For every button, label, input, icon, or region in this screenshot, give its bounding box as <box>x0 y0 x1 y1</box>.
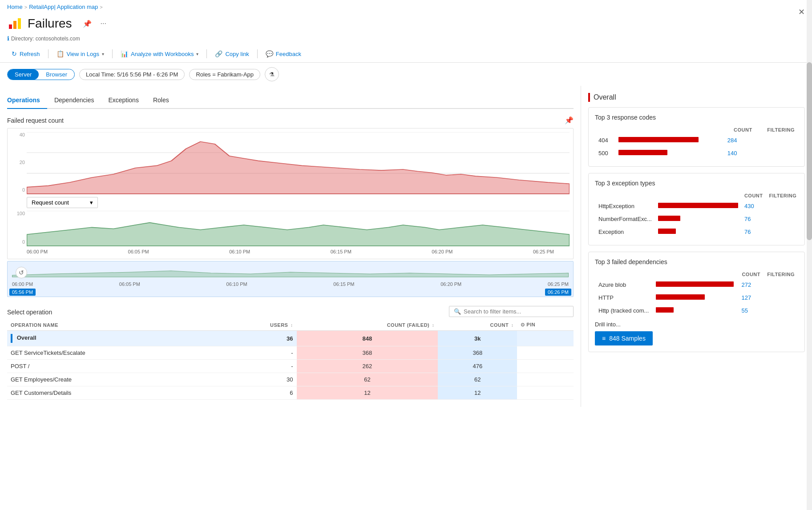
fd-count-link-1[interactable]: 127 <box>742 294 751 301</box>
et-bar-fill-0 <box>658 203 738 208</box>
right-panel: Overall Top 3 response codes COUNT FILTE… <box>581 86 812 407</box>
rc-count-link-500[interactable]: 140 <box>727 150 737 157</box>
reset-brush-button[interactable]: ↺ <box>16 267 27 278</box>
rc-col-code <box>596 126 615 133</box>
metric-dropdown[interactable]: Request count ▾ <box>27 197 98 208</box>
analyze-dropdown-arrow: ▾ <box>196 52 198 56</box>
list-item[interactable]: Http (tracked com... 55 <box>596 305 797 317</box>
table-row[interactable]: POST / - 262 476 <box>7 360 574 373</box>
et-bar-0 <box>655 200 741 212</box>
refresh-icon: ↻ <box>12 50 17 57</box>
et-bar-2 <box>655 226 741 238</box>
et-col-count: COUNT <box>742 192 766 199</box>
count-sort-icon[interactable]: ↕ <box>511 323 514 328</box>
logs-icon: 📋 <box>57 50 64 57</box>
scrollbar[interactable] <box>807 0 812 510</box>
tab-dependencies[interactable]: Dependencies <box>47 93 101 108</box>
fd-count-link-0[interactable]: 272 <box>742 281 751 288</box>
fd-bar-fill-0 <box>656 281 734 287</box>
row-count-2: 476 <box>438 360 517 373</box>
analyze-workbooks-button[interactable]: 📊 Analyze with Workbooks ▾ <box>116 48 203 60</box>
table-row[interactable]: GET ServiceTickets/Escalate - 368 368 <box>7 346 574 360</box>
search-icon: 🔍 <box>454 308 461 315</box>
y2-label-100: 100 <box>17 211 25 216</box>
fd-bar-fill-2 <box>656 307 674 313</box>
response-codes-title: Top 3 response codes <box>595 114 798 121</box>
fd-filtering-0 <box>764 279 797 291</box>
row-count-failed-2: 262 <box>297 360 438 373</box>
pin-header-icon: ⊙ <box>521 322 525 327</box>
time-range-label: Local Time: 5/16 5:56 PM - 6:26 PM <box>86 71 178 78</box>
chart-header: Failed request count 📌 <box>7 116 574 124</box>
server-tab-button[interactable]: Server <box>8 69 39 80</box>
chart-title: Failed request count <box>7 117 64 124</box>
refresh-button[interactable]: ↻ Refresh <box>7 48 44 60</box>
et-count-link-1[interactable]: 76 <box>744 216 751 222</box>
tab-roles[interactable]: Roles <box>146 93 176 108</box>
tabs-row: Operations Dependencies Exceptions Roles <box>7 93 574 109</box>
fd-count-link-2[interactable]: 55 <box>742 307 748 314</box>
search-input[interactable] <box>464 308 569 315</box>
chart-pin-button[interactable]: 📌 <box>565 116 574 124</box>
metric-dropdown-label: Request count <box>32 199 69 206</box>
view-in-logs-button[interactable]: 📋 View in Logs ▾ <box>52 48 109 60</box>
et-count-link-0[interactable]: 430 <box>744 203 754 209</box>
more-options-button[interactable]: ··· <box>98 19 109 28</box>
samples-button[interactable]: ≡ 848 Samples <box>595 331 653 345</box>
pin-title-button[interactable]: 📌 <box>80 19 94 29</box>
rc-col-bar <box>616 126 724 133</box>
table-header-row: OPERATION NAME USERS ↕ COUNT (FAILED) ↕ … <box>7 319 574 331</box>
row-name-4: GET Customers/Details <box>7 386 219 400</box>
roles-filter[interactable]: Roles = Fabrikam-App <box>189 69 260 80</box>
view-logs-dropdown-arrow: ▾ <box>102 52 104 56</box>
rc-code-500: 500 <box>596 147 615 159</box>
filter-options-button[interactable]: ⚗ <box>265 67 279 81</box>
list-item[interactable]: 404 284 <box>596 134 797 146</box>
count-failed-sort-icon[interactable]: ↕ <box>432 323 435 328</box>
exception-types-header: COUNT FILTERING <box>596 192 799 199</box>
brush-time-2: 06:05 PM <box>119 281 140 287</box>
et-bar-fill-1 <box>658 216 680 221</box>
users-sort-icon[interactable]: ↕ <box>291 323 293 328</box>
exception-types-title: Top 3 exception types <box>595 180 798 187</box>
copy-link-button[interactable]: 🔗 Copy link <box>210 48 253 60</box>
y-label-40: 40 <box>20 132 25 137</box>
breadcrumb-home[interactable]: Home <box>7 4 23 10</box>
rc-count-link-404[interactable]: 284 <box>727 137 737 144</box>
failed-chart-svg <box>27 132 570 194</box>
list-item[interactable]: HTTP 127 <box>596 292 797 304</box>
tab-operations[interactable]: Operations <box>7 93 47 108</box>
et-bar-fill-2 <box>658 229 676 234</box>
list-item[interactable]: 500 140 <box>596 147 797 159</box>
left-panel: Operations Dependencies Exceptions Roles… <box>0 86 581 407</box>
rc-bar-500 <box>616 147 724 159</box>
list-item[interactable]: Azure blob 272 <box>596 279 797 291</box>
info-icon: ℹ <box>7 35 9 42</box>
operations-table: OPERATION NAME USERS ↕ COUNT (FAILED) ↕ … <box>7 319 574 400</box>
rc-col-filtering: FILTERING <box>756 126 797 133</box>
list-item[interactable]: Exception 76 <box>596 226 799 238</box>
table-row[interactable]: GET Customers/Details 6 12 12 <box>7 386 574 400</box>
server-browser-toggle: Server Browser <box>7 69 75 80</box>
time-label-3: 06:10 PM <box>229 249 250 254</box>
rc-filtering-404 <box>756 134 797 146</box>
et-count-link-2[interactable]: 76 <box>744 229 751 235</box>
row-count-1: 368 <box>438 346 517 360</box>
list-item[interactable]: NumberFormatExc... 76 <box>596 213 799 225</box>
overall-bar-indicator <box>588 93 590 102</box>
exception-types-table: COUNT FILTERING HttpException 430 <box>595 191 800 239</box>
feedback-button[interactable]: 💬 Feedback <box>261 48 306 60</box>
drill-section: Drill into... ≡ 848 Samples <box>595 321 798 345</box>
rc-count-404: 284 <box>725 134 755 146</box>
breadcrumb-retailapp[interactable]: RetailApp| Application map <box>29 4 98 10</box>
table-row[interactable]: GET Employees/Create 30 62 62 <box>7 373 574 386</box>
browser-tab-button[interactable]: Browser <box>39 69 74 80</box>
table-row[interactable]: Overall 36 848 3k <box>7 331 574 346</box>
drill-label: Drill into... <box>595 321 798 328</box>
scrollbar-thumb[interactable] <box>807 62 812 240</box>
title-row: Failures 📌 ··· <box>0 14 812 35</box>
close-button[interactable]: ✕ <box>798 7 805 17</box>
list-item[interactable]: HttpException 430 <box>596 200 799 212</box>
tab-exceptions[interactable]: Exceptions <box>101 93 145 108</box>
time-range-filter[interactable]: Local Time: 5/16 5:56 PM - 6:26 PM <box>79 69 185 80</box>
